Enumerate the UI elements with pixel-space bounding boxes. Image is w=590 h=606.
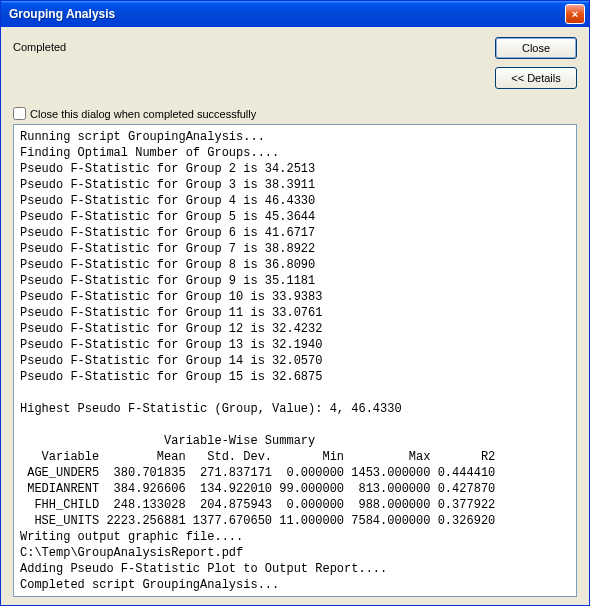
- content-area: Completed Close << Details Close this di…: [1, 27, 589, 605]
- close-icon: ×: [572, 8, 578, 20]
- window-title: Grouping Analysis: [9, 7, 115, 21]
- top-row: Completed Close << Details: [13, 37, 577, 89]
- log-output: Running script GroupingAnalysis... Findi…: [13, 124, 577, 597]
- dialog-window: Grouping Analysis × Completed Close << D…: [0, 0, 590, 606]
- autoclose-row: Close this dialog when completed success…: [13, 107, 577, 120]
- status-text: Completed: [13, 41, 66, 53]
- details-button[interactable]: << Details: [495, 67, 577, 89]
- close-button[interactable]: Close: [495, 37, 577, 59]
- autoclose-label: Close this dialog when completed success…: [30, 108, 256, 120]
- button-group: Close << Details: [495, 37, 577, 89]
- autoclose-checkbox[interactable]: [13, 107, 26, 120]
- title-close-button[interactable]: ×: [565, 4, 585, 24]
- titlebar: Grouping Analysis ×: [1, 1, 589, 27]
